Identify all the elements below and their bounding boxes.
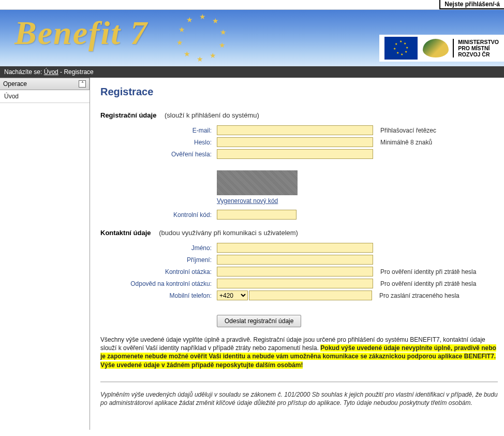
captcha-image <box>217 170 298 195</box>
label-overeni-hesla: Ověření hesla: <box>100 151 217 158</box>
input-email[interactable] <box>217 125 373 135</box>
mmr-text: MINISTERSTVO PRO MÍSTNÍ ROZVOJ ČR <box>453 39 499 57</box>
breadcrumb: Nacházíte se: Úvod - Registrace <box>0 66 504 78</box>
label-prijmeni: Příjmení: <box>100 256 217 264</box>
header-logos: ★ ★ ★ ★ ★ ★ ★ ★ MINISTERSTVO PRO MÍSTNÍ … <box>379 35 504 62</box>
logo-benefit7: Benefit 7 <box>14 14 148 52</box>
page-title: Registrace <box>100 86 498 98</box>
input-prijmeni[interactable] <box>217 255 373 265</box>
collapse-icon[interactable]: ˄ <box>79 80 86 88</box>
topbar: Nejste přihlášen/-á <box>0 0 504 10</box>
input-kontrolni-kod[interactable] <box>217 210 297 220</box>
captcha-regenerate-link[interactable]: Vygenerovat nový kód <box>217 197 298 205</box>
hint-kontrolni-otazka: Pro ověření identity při ztrátě hesla <box>380 268 476 275</box>
login-status: Nejste přihlášen/-á <box>439 0 504 9</box>
hint-telefon: Pro zaslání ztraceného hesla <box>379 292 459 299</box>
header-banner: Benefit 7 ★ ★ ★ ★ ★ ★ ★ ★ ★ ★ ★ ★ ★ ★ ★ … <box>0 10 504 66</box>
label-jmeno: Jméno: <box>100 244 217 252</box>
hint-heslo: Minimálně 8 znaků <box>380 139 432 146</box>
label-email: E-mail: <box>100 127 217 134</box>
label-kontrolni-kod: Kontrolní kód: <box>100 211 217 219</box>
sidebar: Operace ˄ Úvod <box>0 78 90 430</box>
hint-odpoved: Pro ověření identity při ztrátě hesla <box>380 280 476 287</box>
input-overeni-hesla[interactable] <box>217 149 373 159</box>
section-registracni-udaje: Registrační údaje (slouží k přihlášení d… <box>100 111 498 119</box>
legal-note: Vyplněním výše uvedených údajů uděluji v… <box>100 390 498 407</box>
divider <box>100 382 498 382</box>
input-jmeno[interactable] <box>217 243 373 253</box>
breadcrumb-link-uvod[interactable]: Úvod <box>44 68 58 76</box>
label-heslo: Heslo: <box>100 139 217 146</box>
submit-button[interactable]: Odeslat registrační údaje <box>217 315 301 327</box>
input-heslo[interactable] <box>217 137 373 147</box>
select-telefon-prefix[interactable]: +420 <box>217 290 248 300</box>
section-kontaktni-udaje: Kontaktní údaje (budou využívány při kom… <box>100 229 498 237</box>
hint-email: Přihlašovací řetězec <box>380 127 436 134</box>
input-odpoved[interactable] <box>217 279 373 288</box>
sidebar-item-uvod[interactable]: Úvod <box>0 90 90 103</box>
mmr-icon <box>423 39 449 57</box>
label-kontrolni-otazka: Kontrolní otázka: <box>100 268 217 275</box>
label-odpoved: Odpověd na kontrolní otázku: <box>100 280 217 287</box>
input-kontrolni-otazka[interactable] <box>217 267 373 277</box>
content: Registrace Registrační údaje (slouží k p… <box>90 78 504 430</box>
info-text: Všechny výše uvedené údaje vyplňte úplně… <box>100 336 498 369</box>
input-telefon[interactable] <box>249 290 372 300</box>
label-telefon: Mobilní telefon: <box>100 292 217 299</box>
sidebar-header[interactable]: Operace ˄ <box>0 78 90 90</box>
eu-flag-icon: ★ ★ ★ ★ ★ ★ ★ ★ <box>384 37 418 60</box>
eu-stars-decor: ★ ★ ★ ★ ★ ★ ★ ★ ★ ★ <box>179 12 235 64</box>
mmr-logo: MINISTERSTVO PRO MÍSTNÍ ROZVOJ ČR <box>423 39 499 57</box>
